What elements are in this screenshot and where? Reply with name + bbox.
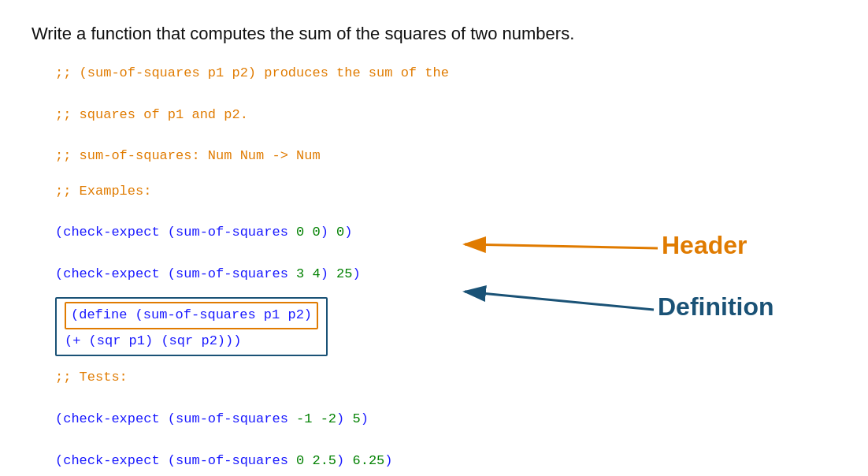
test2-nums: 0 2.5 — [296, 453, 336, 468]
test2-suffix: ) — [336, 453, 352, 468]
check1-prefix: (check-expect (sum-of-squares — [55, 225, 296, 240]
check2-suffix: ) — [321, 266, 336, 281]
test2-prefix: (check-expect (sum-of-squares — [55, 453, 296, 468]
test1-suffix: ) — [336, 411, 352, 426]
test1-close: ) — [361, 411, 369, 426]
comment-line-3: ;; sum-of-squares: Num Num -> Num — [55, 146, 836, 166]
check1-result: 0 — [336, 225, 344, 240]
instruction-text: Write a function that computes the sum o… — [32, 24, 836, 44]
check2-close: ) — [352, 266, 360, 281]
comment-line-1: ;; (sum-of-squares p1 p2) produces the s… — [55, 63, 836, 84]
test1-result: 5 — [352, 411, 360, 426]
test-2: (check-expect (sum-of-squares 0 2.5) 6.2… — [55, 451, 836, 471]
header-outline: (define (sum-of-squares p1 p2) — [65, 302, 318, 329]
test2-close: ) — [384, 453, 392, 468]
test2-result: 6.25 — [352, 453, 384, 468]
comment-tests: ;; Tests: — [55, 367, 836, 388]
check1-close: ) — [344, 225, 352, 240]
test1-nums: -1 -2 — [296, 411, 336, 426]
definition-outline: (define (sum-of-squares p1 p2) (+ (sqr p… — [55, 297, 328, 356]
check1-suffix: ) — [321, 225, 336, 240]
comment-line-2: ;; squares of p1 and p2. — [55, 105, 836, 125]
check1-nums: 0 0 — [296, 225, 321, 240]
main-container: Write a function that computes the sum o… — [0, 0, 868, 476]
check2-prefix: (check-expect (sum-of-squares — [55, 266, 296, 281]
comment-examples: ;; Examples: — [55, 181, 836, 202]
check-expect-1: (check-expect (sum-of-squares 0 0) 0) — [55, 222, 836, 243]
define-body-text: (+ (sqr p1) (sqr p2))) — [65, 333, 241, 348]
test-1: (check-expect (sum-of-squares -1 -2) 5) — [55, 409, 836, 430]
test1-prefix: (check-expect (sum-of-squares — [55, 411, 296, 426]
check2-nums: 3 4 — [296, 266, 321, 281]
check-expect-2: (check-expect (sum-of-squares 3 4) 25) — [55, 264, 836, 284]
define-block: (define (sum-of-squares p1 p2) (+ (sqr p… — [55, 296, 328, 356]
define-header-text: (define (sum-of-squares p1 p2) — [71, 307, 312, 322]
code-area: ;; (sum-of-squares p1 p2) produces the s… — [55, 63, 836, 476]
check2-result: 25 — [336, 266, 352, 281]
